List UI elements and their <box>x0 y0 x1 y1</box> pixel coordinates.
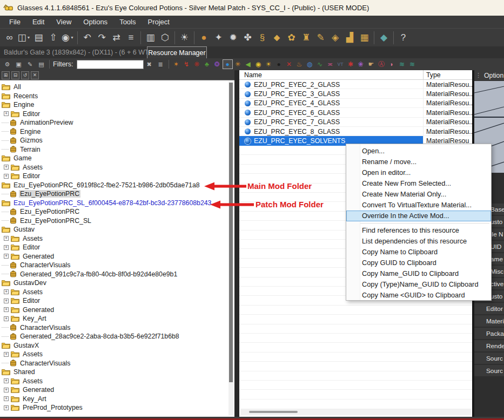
type-filter-sound[interactable]: ◀ <box>243 59 253 69</box>
property-row[interactable]: Editor <box>474 303 504 314</box>
menu-item-view[interactable]: View <box>50 17 77 27</box>
dragon-icon[interactable]: ✿ <box>284 30 299 45</box>
weather-icon[interactable]: ☀ <box>177 30 192 45</box>
collapse-folder-icon[interactable]: ⊟ <box>11 71 19 79</box>
column-header-name[interactable]: Name <box>239 71 423 79</box>
tree-item[interactable]: +Generated <box>0 252 234 261</box>
tree-item[interactable]: Terrain <box>0 145 234 154</box>
expander-plus-icon[interactable]: + <box>4 299 9 303</box>
resource-row[interactable]: EZU_PRC_EYEC_3_GLASSMaterialResou.. <box>239 89 472 98</box>
type-filter-physics[interactable]: ❂ <box>212 59 223 69</box>
tree-scrollbar-thumb[interactable] <box>229 83 233 382</box>
tree-item[interactable]: Generated_28ac9ce2-2aba-8cda-b3b5-6e922f… <box>0 332 234 341</box>
tree-item[interactable]: CharacterVisuals <box>0 261 234 270</box>
goggles-icon[interactable]: ∞ <box>2 30 17 45</box>
property-row[interactable]: Sourc <box>474 365 504 376</box>
context-menu-item-open-in-editor[interactable]: Open in editor... <box>346 167 491 178</box>
resource-row[interactable]: EZU_PRC_EYEC_2_GLASSMaterialResou.. <box>239 80 472 89</box>
vfx-spark-icon[interactable]: ✹ <box>226 30 240 45</box>
expander-plus-icon[interactable]: + <box>4 352 9 357</box>
spreadsheet-icon[interactable]: ▦ <box>357 30 372 45</box>
pin-icon[interactable]: ✎ <box>25 60 35 69</box>
type-filter-a-badge[interactable]: Ⓐ <box>377 59 387 69</box>
type-filter-shadow[interactable]: ● <box>274 59 284 69</box>
tree-item[interactable]: +Editor <box>0 296 234 306</box>
tree-item[interactable]: GustavDev <box>0 279 234 288</box>
type-filter-bone[interactable]: ≍ <box>325 59 335 69</box>
tree-item[interactable]: +Key_Art <box>0 395 234 404</box>
property-row[interactable]: Packa <box>474 328 504 339</box>
type-filter-planet[interactable]: ◍ <box>305 59 315 69</box>
tree-item[interactable]: +Editor <box>0 172 234 181</box>
tune-icon[interactable]: ≡ <box>124 30 138 45</box>
expander-plus-icon[interactable]: + <box>4 289 9 294</box>
type-filter-timeline-a[interactable]: ≋ <box>397 59 407 69</box>
resource-row[interactable]: EZU_PRC_EYEC_7_GLASSMaterialResou.. <box>239 118 472 127</box>
redo-icon[interactable]: ↷ <box>95 30 109 45</box>
expander-plus-icon[interactable]: + <box>4 111 9 116</box>
tree-item[interactable]: +Assets <box>0 377 234 386</box>
expander-plus-icon[interactable]: + <box>4 316 9 321</box>
tree-item[interactable]: +Assets <box>0 234 234 243</box>
expander-plus-icon[interactable]: + <box>4 388 9 392</box>
expander-plus-icon[interactable]: + <box>4 405 9 410</box>
type-filter-beam[interactable]: ↯ <box>182 59 192 69</box>
type-filter-animation[interactable]: ✶ <box>171 59 182 69</box>
filter-panel-icon[interactable]: ▣ <box>14 60 23 69</box>
orange-sphere-icon[interactable]: ● <box>197 30 211 45</box>
camera-icon[interactable]: ◫▼ <box>17 30 31 45</box>
context-menu-item-create-new-from-selected[interactable]: Create New From Selected... <box>346 178 491 189</box>
property-row[interactable]: Rende <box>474 340 504 351</box>
tree-item[interactable]: All <box>0 83 234 92</box>
tab-resource-manager[interactable]: Resource Manager <box>147 46 207 58</box>
type-filter-hand[interactable]: ☛ <box>366 59 377 69</box>
save-layout-icon[interactable]: ▤ <box>37 60 46 69</box>
type-filter-burst[interactable]: ✱ <box>346 59 356 69</box>
save-icon[interactable]: ▤ <box>31 30 46 45</box>
type-filter-capsule[interactable]: ◗ <box>387 59 397 69</box>
tree-item[interactable]: Ezu_EyePotionPRC <box>0 207 234 216</box>
tree-item[interactable]: GustavX <box>0 341 234 350</box>
resource-row[interactable]: EZU_PRC_EYEC_6_GLASSMaterialResou.. <box>239 108 472 117</box>
help-icon[interactable]: ? <box>396 30 411 45</box>
type-filter-material[interactable]: ● <box>223 59 233 69</box>
expander-plus-icon[interactable]: + <box>4 236 9 241</box>
horizontal-scrollbar-track[interactable] <box>240 409 471 415</box>
map-pin-icon[interactable]: ◈ <box>328 30 342 45</box>
funnel-icon[interactable]: ≣ <box>156 60 165 69</box>
filter-input[interactable] <box>77 60 144 69</box>
tree-item[interactable]: AnimationPreview <box>0 118 234 127</box>
tree-item[interactable]: Ezu_EyePotionPRC_SL_6f000454-e878-42bf-b… <box>0 199 234 208</box>
tag-icon[interactable]: ⬥ <box>270 30 284 45</box>
tree-item[interactable]: CharacterVisuals <box>0 359 234 368</box>
horizontal-scrollbar-thumb[interactable] <box>249 411 298 413</box>
menu-item-edit[interactable]: Edit <box>26 17 50 27</box>
menu-item-file[interactable]: File <box>3 17 26 27</box>
column-header-type[interactable]: Type <box>423 70 472 79</box>
tree-item[interactable]: +Editor <box>0 110 234 119</box>
context-menu-item-rename-move[interactable]: Rename / move... <box>346 157 491 167</box>
expander-plus-icon[interactable]: + <box>4 307 9 312</box>
undo-icon[interactable]: ↶ <box>80 30 95 45</box>
refresh-folder-icon[interactable]: ↺ <box>21 71 29 79</box>
tab-main-viewport[interactable]: Baldur's Gate 3 (1839x842) - (DX11) - (6… <box>4 49 151 56</box>
tree-item[interactable]: Ezu_EyePotionPRC_6919f8c2-fbe2-7521-b986… <box>0 181 234 190</box>
menu-item-tools[interactable]: Tools <box>113 17 142 27</box>
type-filter-flower[interactable]: ❀ <box>356 59 366 69</box>
clear-filter-icon[interactable]: ✖ <box>145 60 154 69</box>
tree-item[interactable]: +Assets <box>0 350 234 359</box>
context-menu-item-copy-guid-to-clipboard[interactable]: Copy GUID to Clipboard <box>346 258 491 268</box>
resource-row[interactable]: EZU_PRC_EYEC_8_GLASSMaterialResou.. <box>239 127 472 136</box>
expander-plus-icon[interactable]: + <box>4 165 9 170</box>
expander-plus-icon[interactable]: + <box>4 254 9 259</box>
filter-edit-icon[interactable]: ⚙ <box>3 60 12 69</box>
tree-item[interactable]: +Generated <box>0 385 234 395</box>
tree-item[interactable]: +Assets <box>0 163 234 172</box>
type-filter-light[interactable]: ✳ <box>233 59 243 69</box>
context-menu-item-convert-to-virtualtexture-material[interactable]: Convert To VirtualTexture Material... <box>346 200 491 211</box>
context-menu-item-copy-name-guid-to-clipboard[interactable]: Copy Name <GUID> to Clipboard <box>346 290 491 301</box>
journal-icon[interactable]: § <box>255 30 270 45</box>
export-icon[interactable]: ⇧ <box>46 30 61 45</box>
tree-item[interactable]: Ezu_EyePotionPRC <box>0 189 234 199</box>
context-menu-item-list-dependencies-of-this-resource[interactable]: List dependencies of this resource <box>346 236 491 247</box>
